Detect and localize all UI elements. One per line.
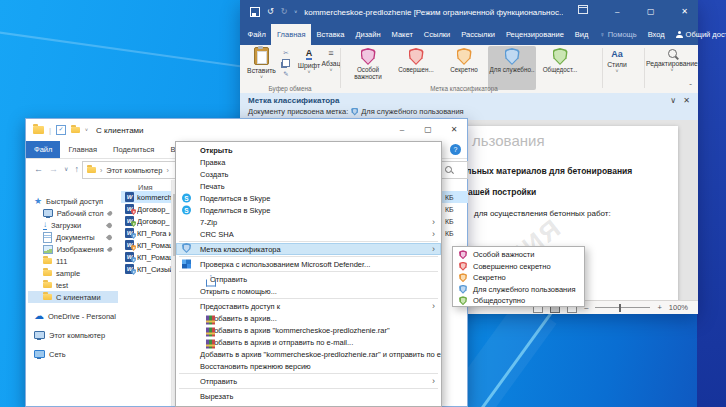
new-folder-icon[interactable] (71, 127, 80, 133)
tab-file[interactable]: Файл (242, 24, 271, 45)
shield-icon (409, 48, 424, 65)
zoom-slider-thumb[interactable] (619, 304, 621, 312)
menu-item-print[interactable]: Печать (176, 180, 441, 192)
editing-button[interactable]: Редактирование ˅ (648, 49, 696, 73)
info-bar-dropdown-icon[interactable]: ∨ (670, 96, 676, 105)
label-button-sekretno[interactable]: Секретно (440, 46, 488, 90)
menu-item-give-access[interactable]: Предоставить доступ к › (176, 300, 441, 312)
format-painter-icon[interactable]: ✎ (283, 70, 288, 77)
recent-locations-icon[interactable]: ∨ (64, 164, 68, 174)
tab-insert[interactable]: Вставка (311, 24, 350, 45)
properties-icon[interactable]: ✓ (56, 125, 66, 135)
tab-share[interactable]: Поделиться (105, 141, 162, 158)
tab-share[interactable]: Общий доступ (670, 24, 726, 45)
save-icon[interactable] (250, 7, 260, 17)
redo-icon[interactable]: ↻ (281, 0, 288, 24)
sidebar-item-downloads[interactable]: ↓ Загрузки (28, 219, 118, 231)
close-button[interactable]: ✕ (671, 0, 698, 24)
tab-mailings[interactable]: Рассылки (456, 24, 501, 45)
sidebar-item-this-pc[interactable]: Этот компьютер (28, 329, 118, 341)
tab-home[interactable]: Главная (60, 141, 105, 158)
search-input[interactable] (440, 161, 468, 179)
sidebar-item-s-klientami[interactable]: С клиентами (28, 291, 118, 303)
back-icon[interactable]: ← (34, 164, 43, 174)
sidebar-item-documents[interactable]: Документы (28, 231, 118, 243)
paste-button[interactable]: Вставить ˅ (245, 47, 278, 80)
menu-item-classifier-label[interactable]: Метка классификатора › (176, 243, 441, 255)
undo-icon[interactable]: ↺ (267, 0, 274, 24)
collapse-ribbon-icon[interactable]: ˆ (689, 82, 692, 91)
forward-icon[interactable]: → (49, 164, 58, 174)
shield-icon (459, 273, 467, 282)
sidebar-item-network[interactable]: Сеть (28, 348, 118, 360)
label-button-obshchedostupno[interactable]: Общедост... (536, 46, 584, 90)
word-ribbon-tabs: Файл Главная Вставка Дизайн Макет Ссылки… (240, 24, 698, 45)
zoom-level[interactable]: 100% (669, 303, 688, 312)
menu-item-open-with[interactable]: Открыть с помощью... (176, 285, 441, 297)
tab-file[interactable]: Файл (26, 141, 60, 158)
tab-layout[interactable]: Макет (386, 24, 418, 45)
font-icon: А (306, 49, 313, 60)
tab-design[interactable]: Дизайн (350, 24, 386, 45)
word-ribbon: Вставить ˅ ✂ ✎ А Шрифт ˅ ≡ Абзац ˅ Особ (240, 45, 698, 94)
ribbon-display-options-icon[interactable] (578, 5, 588, 14)
sidebar-item-pictures[interactable]: Изображения (28, 243, 118, 255)
tab-signin[interactable]: Вход (642, 24, 670, 45)
tab-view[interactable]: Вид (569, 24, 594, 45)
menu-item-cut[interactable]: Вырезать (176, 390, 441, 402)
tab-help[interactable]: ♀Помощь (594, 24, 642, 45)
menu-item-open[interactable]: Открыть (176, 144, 441, 156)
font-button[interactable]: А Шрифт ˅ (298, 49, 320, 75)
menu-item-7zip[interactable]: 7-Zip › (176, 216, 441, 228)
minimize-button[interactable]: – (604, 0, 631, 24)
close-button[interactable]: ✕ (441, 119, 467, 141)
menu-item-new[interactable]: Создать (176, 168, 441, 180)
help-icon[interactable]: ? (450, 144, 461, 155)
sidebar-item-desktop[interactable]: Рабочий стол (28, 207, 118, 219)
cut-icon[interactable]: ✂ (283, 49, 288, 56)
menu-item-share[interactable]: Отправить (176, 273, 441, 285)
styles-button[interactable]: Aa Стили ˅ (606, 49, 628, 74)
up-icon[interactable]: ↑ (74, 164, 79, 174)
folder-icon (43, 294, 52, 300)
copy-icon[interactable] (282, 59, 290, 67)
menu-item-add-to-archive[interactable]: Добавить в архив... (176, 312, 441, 324)
submenu-item-sekretno[interactable]: Секретно (453, 272, 584, 284)
sidebar-item-test[interactable]: test (28, 279, 118, 291)
label-button-dlya-sluzhebnogo[interactable]: Для служебно.. (488, 46, 536, 90)
tab-review[interactable]: Рецензирование (500, 24, 569, 45)
menu-item-edit[interactable]: Правка (176, 156, 441, 168)
sidebar-item-onedrive[interactable]: ☁ OneDrive - Personal (28, 310, 118, 322)
zoom-in-icon[interactable]: + (657, 303, 661, 312)
qat-customize-icon[interactable]: ˅ (294, 9, 297, 15)
menu-item-archive-and-email[interactable]: Добавить в архив и отправить по e-mail..… (176, 336, 441, 348)
menu-item-restore-previous-version[interactable]: Восстановить прежнюю версию (176, 360, 441, 372)
minimize-button[interactable]: – (389, 119, 415, 141)
menu-item-archive-named-and-email[interactable]: Добавить в архив "kommercheskoe-predlozh… (176, 348, 441, 360)
submenu-item-dlya-sluzhebnogo[interactable]: Для служебного пользования (453, 284, 584, 296)
maximize-button[interactable]: ▢ (415, 119, 441, 141)
sidebar-item-sample[interactable]: sample (28, 267, 118, 279)
tab-home[interactable]: Главная (271, 24, 311, 45)
menu-item-send-to[interactable]: Отправить › (176, 375, 441, 387)
sidebar-item-quick-access[interactable]: ★ Быстрый доступ (28, 195, 118, 207)
menu-item-defender-scan[interactable]: Проверка с использованием Microsoft Defe… (176, 258, 441, 270)
winrar-icon (206, 315, 215, 324)
info-bar-close-icon[interactable]: ✕ (683, 96, 690, 105)
breadcrumb[interactable]: Этот компьютер (106, 166, 162, 175)
menu-item-crc-sha[interactable]: CRC SHA › (176, 228, 441, 240)
qat-customize-icon[interactable]: ˅ (85, 127, 88, 133)
submenu-item-osoboy-vazhnosti[interactable]: Особой важности (453, 249, 584, 261)
menu-item-share-skype[interactable]: S Поделиться в Skype (176, 192, 441, 204)
sidebar-item-111[interactable]: 111 (28, 255, 118, 267)
label-button-sovershenno-sekretno[interactable]: Совершен... (392, 46, 440, 90)
menu-item-share-skype[interactable]: S Поделиться в Skype (176, 204, 441, 216)
paragraph-button[interactable]: ≡ Абзац ˅ (320, 49, 342, 73)
label-button-osoboy-vazhnosti[interactable]: Особой важности (344, 46, 392, 90)
menu-item-add-to-archive-named[interactable]: Добавить в архив "kommercheskoe-predlozh… (176, 324, 441, 336)
submenu-item-obshchedostupno[interactable]: Общедоступно (453, 295, 584, 307)
tab-references[interactable]: Ссылки (418, 24, 455, 45)
maximize-button[interactable]: ▢ (638, 0, 665, 24)
submenu-item-sovershenno-sekretno[interactable]: Совершенно секретно (453, 261, 584, 273)
zoom-slider[interactable] (595, 307, 650, 308)
